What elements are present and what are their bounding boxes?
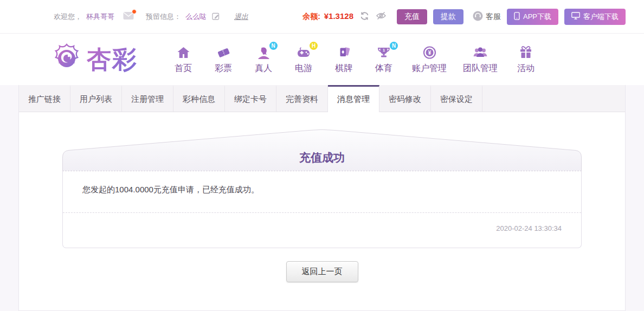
badge-n: N xyxy=(390,42,398,50)
message-title: 充值成功 xyxy=(62,150,582,165)
balance-value: ¥1.3128 xyxy=(324,11,353,21)
nav-item-home[interactable]: 首页 xyxy=(171,45,195,74)
nav-item-egames[interactable]: H 电游 xyxy=(292,45,315,74)
monitor-icon xyxy=(571,12,580,21)
eye-slash-icon xyxy=(376,11,387,22)
balance-label: 余额: xyxy=(302,12,320,21)
message-footer: 2020-02-24 13:30:34 xyxy=(63,213,581,248)
refresh-balance-button[interactable] xyxy=(359,11,370,23)
nav-item-live[interactable]: N 真人 xyxy=(252,45,275,74)
nav-label: 真人 xyxy=(255,63,272,74)
back-button[interactable]: 返回上一页 xyxy=(286,261,358,282)
tab-user-list[interactable]: 用户列表 xyxy=(70,85,122,112)
gamepad-icon xyxy=(296,46,311,61)
nav-item-team[interactable]: 团队管理 xyxy=(463,45,498,74)
member-panel: 推广链接 用户列表 注册管理 彩种信息 绑定卡号 完善资料 消息管理 密码修改 … xyxy=(18,85,626,311)
reserved-info-value: 么么哒 xyxy=(185,12,207,22)
topbar: 欢迎您，杯具哥哥 预留信息：么么哒 退出 余额: ¥1.3128 xyxy=(0,0,644,34)
main-nav: 首页 彩票 N 真人 xyxy=(171,45,538,74)
gift-icon xyxy=(519,46,533,61)
message-content: 充值成功 您发起的1004.0000元充值申请，已经充值成功。 2020-02-… xyxy=(19,112,625,282)
team-icon xyxy=(473,46,488,61)
envelope-body: 您发起的1004.0000元充值申请，已经充值成功。 2020-02-24 13… xyxy=(62,171,582,248)
svg-text:¥: ¥ xyxy=(428,49,431,55)
tab-profile[interactable]: 完善资料 xyxy=(276,85,328,112)
tab-security-setting[interactable]: 密保设定 xyxy=(431,85,482,112)
phone-icon xyxy=(514,12,520,22)
logout-link[interactable]: 退出 xyxy=(234,12,248,22)
app-download-button[interactable]: APP下载 xyxy=(507,9,558,25)
nav-label: 棋牌 xyxy=(335,63,352,74)
site-logo[interactable]: 杏彩 xyxy=(51,43,138,76)
client-download-label: 客户端下载 xyxy=(583,12,619,22)
badge-h: H xyxy=(310,42,318,50)
customer-service-label: 客服 xyxy=(486,12,501,22)
nav-label: 账户管理 xyxy=(412,63,447,74)
customer-service-button[interactable]: 客服 xyxy=(473,11,501,23)
tab-password-change[interactable]: 密码修改 xyxy=(379,85,431,112)
refresh-icon xyxy=(359,11,370,23)
home-icon xyxy=(176,46,191,61)
messages-button[interactable] xyxy=(123,11,134,22)
svg-text:1: 1 xyxy=(383,47,385,52)
message-timestamp: 2020-02-24 13:30:34 xyxy=(496,224,562,232)
tab-promo-link[interactable]: 推广链接 xyxy=(19,85,70,112)
flower-logo-icon xyxy=(51,43,82,76)
nav-label: 彩票 xyxy=(215,63,232,74)
client-download-button[interactable]: 客户端下载 xyxy=(564,9,626,25)
trophy-icon: 1 xyxy=(376,46,391,61)
tab-message-mgmt[interactable]: 消息管理 xyxy=(328,85,379,112)
welcome-label: 欢迎您， xyxy=(54,12,82,22)
customer-service-icon xyxy=(473,11,483,23)
tab-bind-card[interactable]: 绑定卡号 xyxy=(225,85,276,112)
message-envelope-card: 充值成功 您发起的1004.0000元充值申请，已经充值成功。 2020-02-… xyxy=(62,128,582,248)
edit-icon[interactable] xyxy=(212,12,220,22)
nav-label: 活动 xyxy=(517,63,534,74)
tabbar: 推广链接 用户列表 注册管理 彩种信息 绑定卡号 完善资料 消息管理 密码修改 … xyxy=(19,85,625,112)
tab-register-mgmt[interactable]: 注册管理 xyxy=(122,85,173,112)
coin-icon: ¥ xyxy=(422,46,437,61)
withdraw-button[interactable]: 提款 xyxy=(433,9,463,24)
nav-item-lottery[interactable]: 彩票 xyxy=(211,45,235,74)
nav-item-boardgames[interactable]: 棋牌 xyxy=(332,45,356,74)
person-icon xyxy=(256,46,271,61)
nav-label: 体育 xyxy=(375,63,392,74)
badge-n: N xyxy=(269,42,278,50)
site-header: 杏彩 首页 彩票 N xyxy=(0,34,644,85)
envelope-icon xyxy=(123,13,134,22)
tab-lottery-info[interactable]: 彩种信息 xyxy=(173,85,225,112)
brand-name: 杏彩 xyxy=(87,43,138,76)
nav-label: 首页 xyxy=(175,63,192,74)
nav-item-sports[interactable]: 1 N 体育 xyxy=(372,45,396,74)
ticket-icon xyxy=(216,46,231,61)
nav-label: 团队管理 xyxy=(463,63,498,74)
username[interactable]: 杯具哥哥 xyxy=(86,12,114,22)
nav-item-promotions[interactable]: 活动 xyxy=(514,45,538,74)
nav-label: 电游 xyxy=(295,63,312,74)
nav-item-account[interactable]: ¥ 账户管理 xyxy=(412,45,447,74)
recharge-button[interactable]: 充值 xyxy=(397,9,427,24)
app-download-label: APP下载 xyxy=(523,12,551,22)
cards-icon xyxy=(337,46,351,61)
unread-dot xyxy=(132,9,137,14)
message-body: 您发起的1004.0000元充值申请，已经充值成功。 xyxy=(63,171,581,213)
reserved-info-label: 预留信息： xyxy=(146,12,181,22)
hide-balance-button[interactable] xyxy=(376,11,387,22)
